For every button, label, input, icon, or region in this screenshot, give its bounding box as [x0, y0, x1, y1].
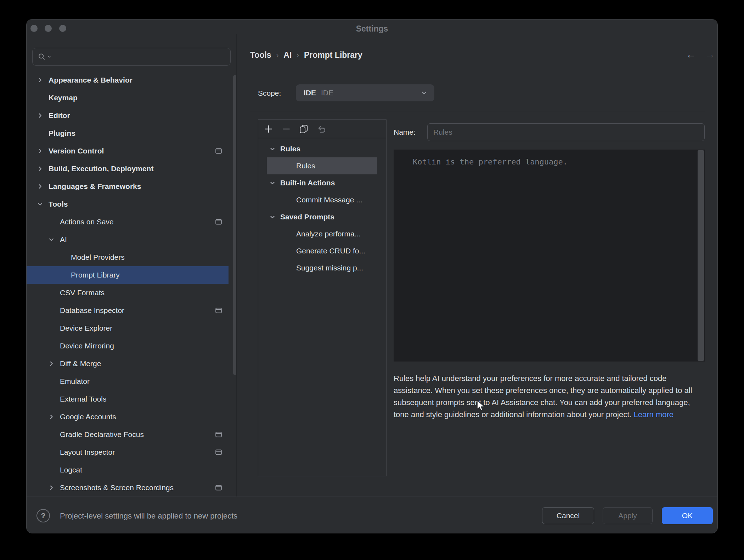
sidebar-item-screenshots-screen-recordings[interactable]: Screenshots & Screen Recordings [27, 479, 229, 497]
chevron-right-icon[interactable] [36, 111, 44, 120]
prompt-list-panel: RulesRulesBuilt-in ActionsCommit Message… [258, 119, 387, 476]
ide-settings-icon [215, 307, 222, 314]
scope-label: Scope: [258, 89, 281, 97]
sidebar-item-languages-frameworks[interactable]: Languages & Frameworks [27, 178, 229, 195]
sidebar-item-label: Screenshots & Screen Recordings [60, 483, 174, 492]
sidebar-item-diff-merge[interactable]: Diff & Merge [27, 355, 229, 373]
prompt-editor[interactable]: Kotlin is the preferred language. [394, 150, 705, 362]
chevron-right-icon[interactable] [36, 164, 44, 173]
search-input[interactable] [32, 48, 231, 66]
sidebar-item-label: Emulator [60, 377, 90, 386]
prompt-group-built-in-actions[interactable]: Built-in Actions [267, 174, 377, 191]
chevron-right-icon[interactable] [36, 147, 44, 155]
cancel-button[interactable]: Cancel [542, 507, 594, 524]
add-prompt-icon[interactable] [263, 124, 274, 134]
breadcrumb-item-prompt-library[interactable]: Prompt Library [304, 50, 362, 60]
chevron-spacer [47, 218, 56, 226]
scope-badge: IDE [304, 89, 316, 97]
chevron-right-icon[interactable] [47, 483, 56, 492]
sidebar-item-tools[interactable]: Tools [27, 195, 229, 213]
sidebar-item-label: Logcat [60, 466, 82, 474]
breadcrumb-item-tools[interactable]: Tools [250, 50, 271, 60]
sidebar-item-appearance-behavior[interactable]: Appearance & Behavior [27, 71, 229, 89]
chevron-right-icon[interactable] [47, 413, 56, 421]
apply-button[interactable]: Apply [603, 507, 653, 524]
chevron-down-icon[interactable] [268, 213, 277, 221]
help-icon[interactable]: ? [36, 509, 50, 522]
chevron-spacer [47, 448, 56, 457]
sidebar-item-device-mirroring[interactable]: Device Mirroring [27, 337, 229, 355]
rules-description: Rules help AI understand your preference… [394, 373, 701, 421]
sidebar-item-actions-on-save[interactable]: Actions on Save [27, 213, 229, 231]
name-field[interactable] [427, 123, 705, 141]
back-arrow-icon[interactable]: ← [683, 49, 699, 61]
chevron-right-icon[interactable] [36, 76, 44, 84]
sidebar-item-label: CSV Formats [60, 289, 105, 297]
prompt-item-commit-message[interactable]: Commit Message ... [267, 191, 377, 208]
sidebar-item-logcat[interactable]: Logcat [27, 461, 229, 479]
sidebar-item-build-execution-deployment[interactable]: Build, Execution, Deployment [27, 160, 229, 178]
ok-button[interactable]: OK [662, 507, 713, 524]
prompt-toolbar [258, 120, 386, 138]
sidebar-item-external-tools[interactable]: External Tools [27, 390, 229, 408]
editor-scrollbar[interactable] [698, 150, 704, 361]
sidebar-item-label: Appearance & Behavior [49, 76, 133, 84]
mouse-cursor-icon [476, 399, 486, 413]
sidebar-item-device-explorer[interactable]: Device Explorer [27, 319, 229, 337]
prompt-group-saved-prompts[interactable]: Saved Prompts [267, 208, 377, 225]
prompt-group-rules[interactable]: Rules [267, 140, 377, 157]
sidebar-item-label: Google Accounts [60, 413, 116, 421]
sidebar-item-label: Gradle Declarative Focus [60, 430, 144, 439]
learn-more-link[interactable]: Learn more [634, 410, 674, 419]
sidebar-item-model-providers[interactable]: Model Providers [27, 248, 229, 266]
sidebar-item-editor[interactable]: Editor [27, 107, 229, 124]
prompt-item-label: Generate CRUD fo... [296, 247, 365, 255]
chevron-down-icon[interactable] [36, 200, 44, 208]
prompt-item-label: Commit Message ... [296, 196, 362, 204]
sidebar-item-gradle-declarative-focus[interactable]: Gradle Declarative Focus [27, 426, 229, 443]
chevron-spacer [47, 395, 56, 403]
search-options-chevron-icon[interactable] [47, 54, 52, 59]
sidebar-item-label: External Tools [60, 395, 107, 403]
sidebar-item-version-control[interactable]: Version Control [27, 142, 229, 160]
chevron-spacer [47, 306, 56, 315]
sidebar-item-database-inspector[interactable]: Database Inspector [27, 302, 229, 319]
footer-divider [27, 497, 717, 497]
chevron-spacer [47, 342, 56, 350]
copy-prompt-icon[interactable] [299, 124, 309, 134]
undo-icon[interactable] [316, 124, 327, 134]
breadcrumb-item-ai[interactable]: AI [283, 50, 292, 60]
chevron-down-icon[interactable] [268, 145, 277, 153]
prompt-item-suggest-missing-p[interactable]: Suggest missing p... [267, 259, 377, 276]
chevron-right-icon[interactable] [47, 359, 56, 368]
sidebar-item-emulator[interactable]: Emulator [27, 373, 229, 390]
prompt-item-analyze-performa[interactable]: Analyze performa... [267, 225, 377, 242]
chevron-down-icon[interactable] [47, 235, 56, 244]
sidebar-item-label: Keymap [49, 94, 78, 102]
sidebar-item-ai[interactable]: AI [27, 231, 229, 248]
sidebar-item-layout-inspector[interactable]: Layout Inspector [27, 443, 229, 461]
chevron-down-icon[interactable] [268, 179, 277, 187]
prompt-item-label: Rules [296, 162, 315, 170]
prompt-item-generate-crud-fo[interactable]: Generate CRUD fo... [267, 242, 377, 259]
sidebar-item-plugins[interactable]: Plugins [27, 124, 229, 142]
ide-settings-icon [215, 449, 222, 456]
chevron-spacer [36, 94, 44, 102]
chevron-right-icon[interactable] [36, 182, 44, 191]
prompt-item-rules[interactable]: Rules [267, 157, 377, 174]
sidebar-item-label: Database Inspector [60, 306, 124, 315]
scope-select[interactable]: IDE IDE [296, 84, 434, 101]
chevron-spacer [47, 324, 56, 332]
sidebar-item-csv-formats[interactable]: CSV Formats [27, 284, 229, 302]
chevron-down-icon [420, 89, 428, 97]
ide-settings-icon [215, 218, 222, 225]
ide-settings-icon [215, 431, 222, 438]
remove-prompt-icon[interactable] [281, 124, 292, 134]
sidebar-item-google-accounts[interactable]: Google Accounts [27, 408, 229, 426]
sidebar-item-label: Device Mirroring [60, 342, 114, 350]
prompt-tree: RulesRulesBuilt-in ActionsCommit Message… [267, 140, 377, 276]
breadcrumb-separator: › [276, 51, 279, 59]
sidebar-item-label: Device Explorer [60, 324, 112, 332]
sidebar-item-keymap[interactable]: Keymap [27, 89, 229, 107]
sidebar-item-prompt-library[interactable]: Prompt Library [27, 266, 229, 284]
